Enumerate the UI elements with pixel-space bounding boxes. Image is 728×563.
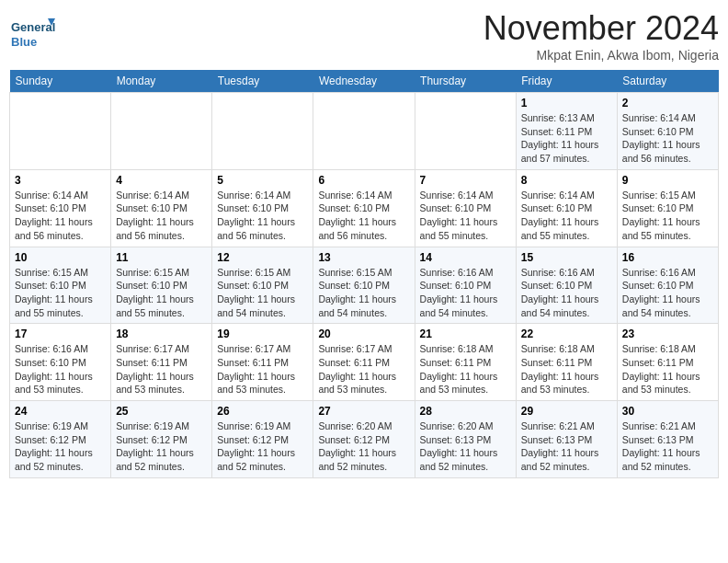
subtitle: Mkpat Enin, Akwa Ibom, Nigeria: [483, 48, 719, 63]
day-number: 12: [217, 251, 308, 264]
calendar-cell: [10, 93, 111, 170]
calendar-cell: 5Sunrise: 6:14 AM Sunset: 6:10 PM Daylig…: [212, 169, 313, 247]
calendar-cell: 10Sunrise: 6:15 AM Sunset: 6:10 PM Dayli…: [10, 247, 111, 324]
day-number: 10: [15, 251, 106, 264]
calendar-cell: 16Sunrise: 6:16 AM Sunset: 6:10 PM Dayli…: [617, 247, 718, 324]
day-info: Sunrise: 6:15 AM Sunset: 6:10 PM Dayligh…: [217, 266, 308, 320]
calendar-week-1: 1Sunrise: 6:13 AM Sunset: 6:11 PM Daylig…: [10, 93, 719, 170]
calendar-cell: 28Sunrise: 6:20 AM Sunset: 6:13 PM Dayli…: [415, 401, 516, 478]
day-info: Sunrise: 6:20 AM Sunset: 6:13 PM Dayligh…: [420, 419, 511, 474]
weekday-header-row: SundayMondayTuesdayWednesdayThursdayFrid…: [10, 70, 719, 93]
calendar-cell: 27Sunrise: 6:20 AM Sunset: 6:12 PM Dayli…: [313, 401, 415, 478]
day-info: Sunrise: 6:14 AM Sunset: 6:10 PM Dayligh…: [622, 111, 713, 166]
day-number: 15: [521, 251, 612, 264]
day-number: 29: [521, 405, 612, 418]
calendar-week-5: 24Sunrise: 6:19 AM Sunset: 6:12 PM Dayli…: [10, 401, 719, 478]
day-info: Sunrise: 6:15 AM Sunset: 6:10 PM Dayligh…: [622, 189, 713, 243]
calendar-cell: 30Sunrise: 6:21 AM Sunset: 6:13 PM Dayli…: [617, 401, 718, 478]
calendar-cell: 1Sunrise: 6:13 AM Sunset: 6:11 PM Daylig…: [516, 93, 617, 170]
day-number: 3: [15, 174, 106, 187]
calendar-cell: 7Sunrise: 6:14 AM Sunset: 6:10 PM Daylig…: [415, 169, 516, 247]
day-info: Sunrise: 6:18 AM Sunset: 6:11 PM Dayligh…: [420, 342, 511, 396]
calendar-cell: [212, 93, 313, 170]
day-info: Sunrise: 6:16 AM Sunset: 6:10 PM Dayligh…: [420, 266, 511, 320]
calendar-cell: 18Sunrise: 6:17 AM Sunset: 6:11 PM Dayli…: [111, 324, 212, 401]
day-info: Sunrise: 6:16 AM Sunset: 6:10 PM Dayligh…: [521, 266, 612, 320]
calendar-cell: 21Sunrise: 6:18 AM Sunset: 6:11 PM Dayli…: [415, 324, 516, 401]
day-number: 30: [622, 405, 713, 418]
calendar-cell: 6Sunrise: 6:14 AM Sunset: 6:10 PM Daylig…: [313, 169, 415, 247]
svg-text:Blue: Blue: [11, 35, 37, 49]
day-number: 22: [521, 327, 612, 340]
calendar-cell: 11Sunrise: 6:15 AM Sunset: 6:10 PM Dayli…: [111, 247, 212, 324]
calendar-cell: 17Sunrise: 6:16 AM Sunset: 6:10 PM Dayli…: [10, 324, 111, 401]
weekday-header-wednesday: Wednesday: [313, 70, 415, 93]
day-info: Sunrise: 6:16 AM Sunset: 6:10 PM Dayligh…: [622, 266, 713, 320]
day-info: Sunrise: 6:18 AM Sunset: 6:11 PM Dayligh…: [622, 342, 713, 396]
day-number: 21: [420, 327, 511, 340]
day-number: 24: [15, 405, 106, 418]
day-number: 8: [521, 174, 612, 187]
day-number: 7: [420, 174, 511, 187]
day-info: Sunrise: 6:14 AM Sunset: 6:10 PM Dayligh…: [15, 189, 106, 243]
weekday-header-monday: Monday: [111, 70, 212, 93]
calendar-cell: 22Sunrise: 6:18 AM Sunset: 6:11 PM Dayli…: [516, 324, 617, 401]
day-info: Sunrise: 6:14 AM Sunset: 6:10 PM Dayligh…: [420, 189, 511, 243]
calendar-cell: 15Sunrise: 6:16 AM Sunset: 6:10 PM Dayli…: [516, 247, 617, 324]
day-info: Sunrise: 6:18 AM Sunset: 6:11 PM Dayligh…: [521, 342, 612, 396]
calendar-cell: 26Sunrise: 6:19 AM Sunset: 6:12 PM Dayli…: [212, 401, 313, 478]
calendar-cell: 3Sunrise: 6:14 AM Sunset: 6:10 PM Daylig…: [10, 169, 111, 247]
calendar-cell: 8Sunrise: 6:14 AM Sunset: 6:10 PM Daylig…: [516, 169, 617, 247]
day-info: Sunrise: 6:19 AM Sunset: 6:12 PM Dayligh…: [116, 419, 207, 474]
weekday-header-sunday: Sunday: [10, 70, 111, 93]
day-number: 9: [622, 174, 713, 187]
calendar-cell: 13Sunrise: 6:15 AM Sunset: 6:10 PM Dayli…: [313, 247, 415, 324]
day-info: Sunrise: 6:14 AM Sunset: 6:10 PM Dayligh…: [217, 189, 308, 243]
day-number: 5: [217, 174, 308, 187]
logo: General Blue: [9, 15, 55, 55]
day-info: Sunrise: 6:15 AM Sunset: 6:10 PM Dayligh…: [318, 266, 409, 320]
title-area: November 2024 Mkpat Enin, Akwa Ibom, Nig…: [483, 9, 719, 63]
day-info: Sunrise: 6:14 AM Sunset: 6:10 PM Dayligh…: [116, 189, 207, 243]
calendar-week-4: 17Sunrise: 6:16 AM Sunset: 6:10 PM Dayli…: [10, 324, 719, 401]
day-number: 20: [318, 327, 409, 340]
calendar-cell: 4Sunrise: 6:14 AM Sunset: 6:10 PM Daylig…: [111, 169, 212, 247]
day-number: 2: [622, 97, 713, 109]
day-number: 1: [521, 97, 612, 109]
calendar-cell: 24Sunrise: 6:19 AM Sunset: 6:12 PM Dayli…: [10, 401, 111, 478]
day-info: Sunrise: 6:15 AM Sunset: 6:10 PM Dayligh…: [15, 266, 106, 320]
calendar-cell: [415, 93, 516, 170]
day-number: 13: [318, 251, 409, 264]
day-number: 28: [420, 405, 511, 418]
day-info: Sunrise: 6:19 AM Sunset: 6:12 PM Dayligh…: [217, 419, 308, 474]
day-number: 18: [116, 327, 207, 340]
calendar-week-2: 3Sunrise: 6:14 AM Sunset: 6:10 PM Daylig…: [10, 169, 719, 247]
day-info: Sunrise: 6:14 AM Sunset: 6:10 PM Dayligh…: [318, 189, 409, 243]
day-info: Sunrise: 6:17 AM Sunset: 6:11 PM Dayligh…: [217, 342, 308, 396]
svg-text:General: General: [11, 20, 55, 34]
weekday-header-saturday: Saturday: [617, 70, 718, 93]
calendar-cell: [111, 93, 212, 170]
calendar-cell: 2Sunrise: 6:14 AM Sunset: 6:10 PM Daylig…: [617, 93, 718, 170]
day-info: Sunrise: 6:14 AM Sunset: 6:10 PM Dayligh…: [521, 189, 612, 243]
day-number: 4: [116, 174, 207, 187]
calendar-cell: 25Sunrise: 6:19 AM Sunset: 6:12 PM Dayli…: [111, 401, 212, 478]
page-title: November 2024: [483, 9, 719, 48]
logo-svg: General Blue: [9, 15, 55, 55]
day-number: 26: [217, 405, 308, 418]
page-header: General Blue November 2024 Mkpat Enin, A…: [9, 9, 719, 63]
day-number: 19: [217, 327, 308, 340]
calendar-cell: 9Sunrise: 6:15 AM Sunset: 6:10 PM Daylig…: [617, 169, 718, 247]
weekday-header-friday: Friday: [516, 70, 617, 93]
calendar-cell: 19Sunrise: 6:17 AM Sunset: 6:11 PM Dayli…: [212, 324, 313, 401]
day-number: 27: [318, 405, 409, 418]
day-info: Sunrise: 6:20 AM Sunset: 6:12 PM Dayligh…: [318, 419, 409, 474]
day-number: 6: [318, 174, 409, 187]
calendar-cell: 14Sunrise: 6:16 AM Sunset: 6:10 PM Dayli…: [415, 247, 516, 324]
day-number: 14: [420, 251, 511, 264]
day-info: Sunrise: 6:16 AM Sunset: 6:10 PM Dayligh…: [15, 342, 106, 396]
weekday-header-thursday: Thursday: [415, 70, 516, 93]
day-number: 17: [15, 327, 106, 340]
day-info: Sunrise: 6:19 AM Sunset: 6:12 PM Dayligh…: [15, 419, 106, 474]
calendar-cell: 29Sunrise: 6:21 AM Sunset: 6:13 PM Dayli…: [516, 401, 617, 478]
